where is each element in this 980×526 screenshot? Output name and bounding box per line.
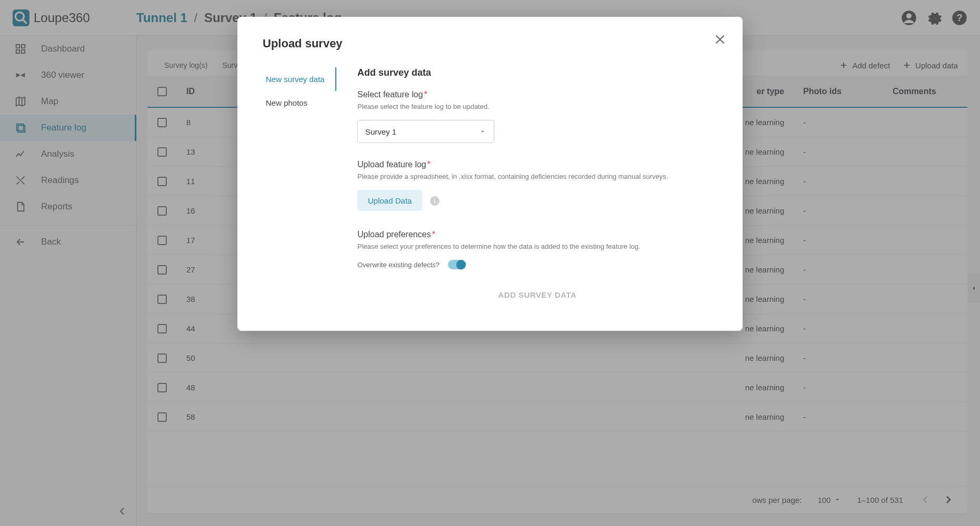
- upload-prefs-help: Please select your preferences to determ…: [357, 242, 717, 250]
- overwrite-toggle[interactable]: [448, 260, 466, 269]
- upload-feature-help: Please provide a spreadsheet, in .xlsx f…: [357, 173, 717, 180]
- overwrite-toggle-label: Overwrite existing defects?: [357, 261, 439, 269]
- chevron-down-icon: [479, 128, 486, 135]
- modal-tab-new-survey-data[interactable]: New survey data: [263, 67, 336, 91]
- modal-close-button[interactable]: [713, 33, 727, 46]
- modal-section-heading: Add survey data: [357, 67, 717, 78]
- upload-survey-modal: Upload survey New survey data New photos…: [237, 17, 743, 331]
- select-feature-label: Select feature log*: [357, 90, 717, 99]
- modal-tablist: New survey data New photos: [263, 67, 336, 299]
- modal-content: Add survey data Select feature log* Plea…: [357, 67, 717, 299]
- upload-data-file-button[interactable]: Upload Data: [357, 190, 422, 211]
- feature-log-select[interactable]: Survey 1: [357, 120, 494, 143]
- add-survey-data-submit-button[interactable]: ADD SURVEY DATA: [357, 290, 717, 299]
- upload-feature-label: Upload feature log*: [357, 160, 717, 169]
- select-feature-help: Please select the feature log to be upda…: [357, 103, 717, 110]
- modal-title: Upload survey: [263, 37, 717, 50]
- upload-prefs-label: Upload preferences*: [357, 230, 717, 239]
- toggle-knob: [456, 260, 466, 269]
- upload-info-icon[interactable]: i: [430, 196, 439, 206]
- modal-tab-new-photos[interactable]: New photos: [263, 91, 336, 115]
